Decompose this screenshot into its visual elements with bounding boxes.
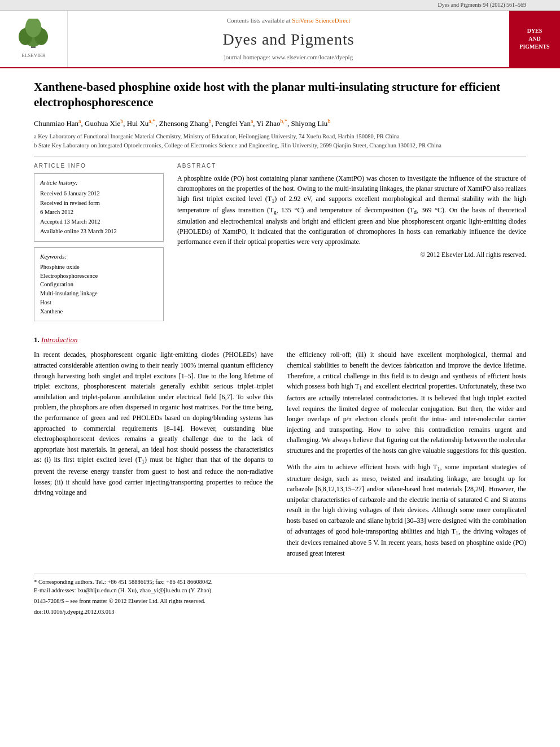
intro-section: 1. Introduction In recent decades, phosp… [34, 335, 526, 616]
journal-title: Dyes and Pigments [222, 28, 354, 50]
keywords-box: Keywords: Phosphine oxide Electrophospho… [34, 247, 164, 322]
body-right: the efficiency roll-off; (iii) it should… [287, 350, 526, 564]
journal-header: ELSEVIER Contents lists available at Sci… [0, 11, 560, 68]
journal-center: Contents lists available at SciVerse Sci… [68, 11, 509, 67]
intro-number: 1. [34, 335, 40, 344]
left-column: ARTICLE INFO Article history: Received 6… [34, 162, 164, 322]
keyword-1: Phosphine oxide [40, 263, 158, 272]
received-revised-label: Received in revised form [40, 199, 158, 208]
elsevier-label: ELSEVIER [21, 52, 46, 59]
history-label: Article history: [40, 178, 158, 187]
article-info-heading: ARTICLE INFO [34, 162, 164, 170]
abstract-copyright: © 2012 Elsevier Ltd. All rights reserved… [177, 250, 526, 259]
footnote-corresponding: * Corresponding authors. Tel.: +86 451 5… [34, 578, 526, 587]
main-content: Xanthene-based phosphine oxide host with… [0, 68, 560, 634]
footnote-email: E-mail addresses: lxu@hlju.edu.cn (H. Xu… [34, 586, 526, 595]
footnote-doi: doi:10.1016/j.dyepig.2012.03.013 [34, 608, 526, 617]
body-two-col: In recent decades, phosphorescent organi… [34, 350, 526, 564]
journal-homepage: journal homepage: www.elsevier.com/locat… [224, 53, 353, 62]
intro-heading: 1. Introduction [34, 335, 526, 345]
keyword-6: Xanthene [40, 308, 158, 316]
footnote-section: * Corresponding authors. Tel.: +86 451 5… [34, 574, 526, 617]
article-info-abstract: ARTICLE INFO Article history: Received 6… [34, 162, 526, 322]
keyword-3: Configuration [40, 281, 158, 289]
accepted-date: Accepted 13 March 2012 [40, 217, 158, 226]
divider [34, 156, 526, 156]
received-date: Received 6 January 2012 [40, 189, 158, 198]
citation-bar: Dyes and Pigments 94 (2012) 561–569 [0, 0, 560, 11]
footnote-issn: 0143-7208/$ – see front matter © 2012 El… [34, 597, 526, 606]
intro-subheading: Introduction [41, 335, 78, 344]
sciverse-link[interactable]: SciVerse ScienceDirect [292, 17, 350, 24]
authors-line: Chunmiao Hana, Guohua Xieb, Hui Xua,*, Z… [34, 117, 526, 129]
citation-text: Dyes and Pigments 94 (2012) 561–569 [438, 2, 526, 8]
right-column: ABSTRACT A phosphine oxide (PO) host con… [177, 162, 526, 322]
keyword-2: Electrophosphorescence [40, 272, 158, 281]
journal-logo-right: DYES AND PIGMENTS [509, 11, 560, 67]
article-info-box: Article history: Received 6 January 2012… [34, 173, 164, 242]
intro-paragraph-3: With the aim to achieve efficient hosts … [287, 462, 526, 559]
article-title: Xanthene-based phosphine oxide host with… [34, 80, 526, 111]
dyes-pigments-box: DYES AND PIGMENTS [512, 19, 557, 59]
body-left: In recent decades, phosphorescent organi… [34, 350, 273, 564]
sciverse-text: Contents lists available at SciVerse Sci… [227, 16, 350, 25]
keywords-label: Keywords: [40, 252, 158, 261]
affiliation-b: b State Key Laboratory on Integrated Opt… [34, 141, 526, 150]
affiliations: a Key Laboratory of Functional Inorganic… [34, 132, 526, 150]
intro-paragraph-2: the efficiency roll-off; (iii) it should… [287, 350, 526, 456]
received-revised-date: 6 March 2012 [40, 208, 158, 217]
elsevier-logo: ELSEVIER [0, 11, 68, 67]
keyword-5: Host [40, 299, 158, 307]
intro-paragraph-1: In recent decades, phosphorescent organi… [34, 350, 273, 498]
abstract-heading: ABSTRACT [177, 162, 526, 170]
elsevier-tree-icon [10, 19, 58, 50]
available-date: Available online 23 March 2012 [40, 227, 158, 236]
keyword-4: Multi-insulating linkage [40, 290, 158, 298]
abstract-text: A phosphine oxide (PO) host containing p… [177, 173, 526, 247]
affiliation-a: a Key Laboratory of Functional Inorganic… [34, 132, 526, 141]
